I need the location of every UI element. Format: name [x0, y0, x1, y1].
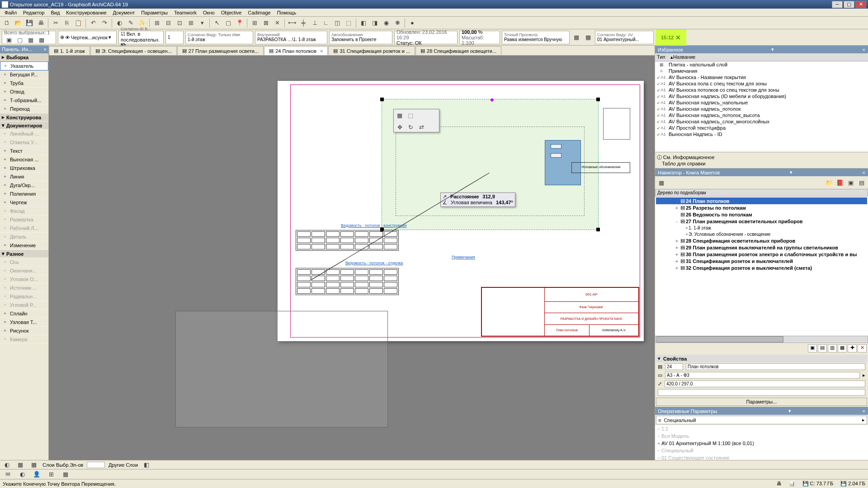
menu-окно[interactable]: Окно	[200, 9, 217, 16]
tree-item[interactable]: +▤ 30 План размещения розеток электро и …	[656, 251, 867, 258]
op-item[interactable]: ▫Вся Модель	[655, 432, 868, 440]
nav-close-icon[interactable]: ×	[863, 170, 865, 175]
tool-Т-образный...[interactable]: ▫Т-образный...	[0, 96, 48, 105]
construct-section[interactable]: Конструирова	[6, 115, 41, 120]
menu-помощь[interactable]: Помощь	[274, 9, 299, 16]
tool-Выносная ...[interactable]: ▫Выносная ...	[0, 155, 48, 164]
navigator-tree[interactable]: -▤ 24 План потолков+▤ 25 Разрезы по пото…	[655, 197, 868, 336]
pin-icon[interactable]: 📍	[235, 18, 245, 28]
tree-item[interactable]: +▤ 25 Разрезы по потолкам	[656, 204, 867, 211]
fav-item[interactable]: ↙A1AV Выноска пола с спец текстом для зо…	[655, 80, 868, 87]
tree-del-icon[interactable]: ✕	[858, 344, 867, 352]
favorites-list[interactable]: ▦Плитка - напольный слойAПримечания↙A1AV…	[655, 61, 868, 152]
tool-Указатель[interactable]: ▫Указатель	[0, 61, 48, 70]
render-icon[interactable]: ●	[407, 18, 417, 28]
op-item[interactable]: ▫1:1	[655, 425, 868, 432]
menu-документ[interactable]: Документ	[110, 9, 138, 16]
tab-28 Спецификация освещети...[interactable]: ▤28 Спецификация освещети...	[415, 46, 501, 55]
tree-btn1[interactable]: ▣	[808, 344, 817, 352]
dim4-icon[interactable]: ∟	[321, 18, 331, 28]
tool-Ось[interactable]: ▫Ось	[0, 258, 48, 267]
eye-icon[interactable]: 👁	[65, 35, 70, 40]
tree-item[interactable]: -▤ 24 План потолков	[656, 197, 867, 204]
misc-section[interactable]: Разное	[6, 251, 24, 257]
menu-objective[interactable]: Objective	[218, 9, 245, 16]
fav-close-icon[interactable]: ×	[863, 47, 865, 52]
fav-menu-icon[interactable]: ▾	[771, 47, 774, 52]
menu-конструирование[interactable]: Конструирование	[63, 9, 109, 16]
grid-icon[interactable]: ⊞	[250, 18, 259, 28]
op-item[interactable]: ▫AV 01 Архитектурный М 1:100 (все 0,01)	[655, 440, 868, 447]
tree-btn2[interactable]: ▤	[818, 344, 827, 352]
pet-palette[interactable]: ▦⬚ ✥↻⇄	[393, 109, 439, 132]
tool-Линия[interactable]: ▫Линия	[0, 173, 48, 181]
qb-icon4[interactable]: ⊞	[46, 469, 56, 479]
tool-Сплайн[interactable]: ▫Сплайн	[0, 310, 48, 318]
selection-section[interactable]: Выборка	[6, 55, 28, 60]
tool-Рабочий Л...[interactable]: ▫Рабочий Л...	[0, 224, 48, 233]
tool-Угловой Р...[interactable]: ▫Угловой Р...	[0, 301, 48, 310]
layer1-icon[interactable]: ◧	[359, 18, 368, 28]
nav-menu-icon[interactable]: ▾	[790, 169, 793, 175]
lb-toggle-icon[interactable]: ◧	[142, 460, 151, 470]
dim1-icon[interactable]: ⟷	[287, 18, 297, 28]
printer-icon[interactable]: 🖶	[777, 481, 782, 487]
pet-mirror-icon[interactable]: ⇄	[416, 122, 426, 132]
dim3-icon[interactable]: ⊥	[310, 18, 320, 28]
lb-icon1[interactable]: ◐	[2, 460, 12, 470]
tree-btn3[interactable]: ▥	[828, 344, 837, 352]
dim2-icon[interactable]: ╪	[298, 18, 308, 28]
fav-col-name[interactable]: Название	[673, 54, 695, 60]
snap2-icon[interactable]: ⊟	[163, 18, 173, 28]
tree-new-icon[interactable]: ✚	[848, 344, 857, 352]
nav-book-icon[interactable]: 📕	[835, 178, 845, 188]
menu-файл[interactable]: Файл	[2, 9, 19, 16]
paste-icon[interactable]: 📋	[73, 18, 83, 28]
pet-icon-2[interactable]: ⬚	[406, 110, 415, 120]
dim5-icon[interactable]: ◫	[332, 18, 342, 28]
tool-Радиальн...[interactable]: ▫Радиальн...	[0, 292, 48, 301]
layer3-icon[interactable]: ◉	[381, 18, 391, 28]
fav-item[interactable]: ↙A1AV Выносная надпись_слои_многослойных	[655, 118, 868, 125]
undo-icon[interactable]: ↶	[88, 18, 98, 28]
layer2-icon[interactable]: ◨	[370, 18, 380, 28]
qb-icon2[interactable]: ◐	[17, 469, 27, 479]
tool-Переход[interactable]: ▫Переход	[0, 105, 48, 113]
link-construction[interactable]: Ведомость - потолок - конструкция	[341, 223, 406, 228]
prop-name[interactable]: План потолков	[686, 363, 865, 370]
parameters-button[interactable]: Параметры...	[656, 398, 867, 406]
tree-item[interactable]: ▤ 26 Ведомость по потолкам	[656, 211, 867, 218]
nav-pub-icon[interactable]: ▤	[857, 178, 867, 188]
minimize-button[interactable]: ─	[832, 1, 843, 8]
tab-27 План размещения освети...[interactable]: ▤27 План размещения освети...	[177, 46, 264, 55]
tool-Бегущая Р...[interactable]: ▫Бегущая Р...	[0, 70, 48, 79]
tool-Текст[interactable]: ▫Текст	[0, 147, 48, 155]
pet-rotate-icon[interactable]: ↻	[406, 122, 415, 132]
sel-btn4[interactable]: ▩	[37, 35, 47, 45]
tool-Камера[interactable]: ▫Камера	[0, 335, 48, 344]
menu-редактор[interactable]: Редактор	[20, 9, 47, 16]
tool-Изменение[interactable]: ▫Изменение	[0, 241, 48, 250]
prop-empty[interactable]	[658, 389, 865, 396]
maximize-button[interactable]: ▢	[844, 1, 854, 8]
nav-layout-icon[interactable]: ▣	[846, 178, 856, 188]
tool-Угловое О...[interactable]: ▫Угловое О...	[0, 275, 48, 284]
tree-item[interactable]: +▤ 28 Спецификация осветительных приборо…	[656, 237, 867, 244]
tool-Полилиния[interactable]: ▫Полилиния	[0, 190, 48, 198]
new-icon[interactable]: 🗋	[2, 18, 12, 28]
sel-btn1[interactable]: ▣	[4, 35, 14, 45]
fav-item[interactable]: ↙A1AV Выноска потолков со спец текстом д…	[655, 87, 868, 93]
lb-icon2[interactable]: ▦	[15, 460, 25, 470]
sel-btn2[interactable]: ▢	[15, 35, 25, 45]
tool-Фасад[interactable]: ▫Фасад	[0, 207, 48, 216]
canvas[interactable]: ◆ ▦⬚ ✥↻⇄ ↗Расстояние312,9 ∠Угловая велич…	[49, 56, 655, 460]
op-selected[interactable]: Специальный	[664, 418, 696, 423]
fav-item[interactable]: ↙A1Выносная Надпись - ID	[655, 131, 868, 137]
properties-title[interactable]: Свойства	[663, 356, 687, 361]
tree-item[interactable]: +▤ 29 План размещения выключателей на гр…	[656, 244, 867, 251]
tab-close-icon[interactable]: ×	[320, 48, 323, 54]
layer4-icon[interactable]: ❋	[392, 18, 402, 28]
tree-item[interactable]: ▫ 1. 1-й этаж	[656, 225, 867, 231]
target-icon[interactable]: ⊕	[60, 34, 64, 40]
tab-Э. Спецификация - освещен...[interactable]: ▤Э. Спецификация - освещен...	[90, 46, 177, 55]
